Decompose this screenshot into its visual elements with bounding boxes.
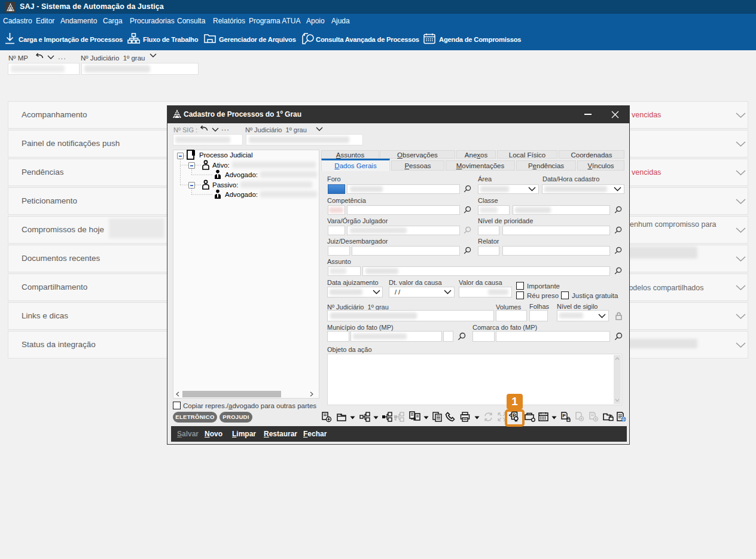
svg-text:P: P	[563, 413, 566, 418]
